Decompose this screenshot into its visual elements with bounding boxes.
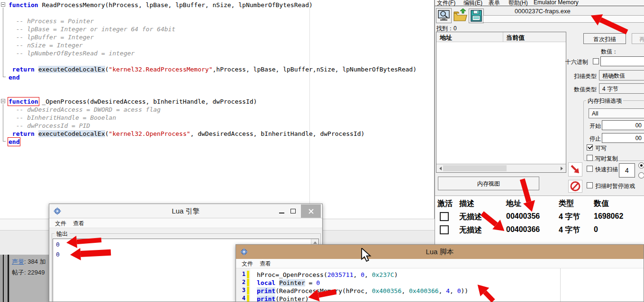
stop-label: 停止 [590, 135, 601, 143]
changed-line-marker [247, 271, 249, 278]
editor-margin-line [309, 0, 310, 219]
minimize-icon[interactable] [279, 213, 284, 213]
fold-collapse-icon[interactable] [1, 2, 5, 7]
col-current-value[interactable]: 当前值 [506, 34, 525, 42]
value-type-select[interactable]: 4 字节 [599, 83, 644, 94]
found-address-list[interactable]: 地址 当前值 [436, 32, 566, 173]
lua-engine-menubar: 文件 查看 [49, 219, 322, 228]
copy-on-write-checkbox[interactable] [587, 155, 593, 161]
stop-address-input[interactable]: 00 [602, 133, 644, 143]
align-radio-1[interactable] [638, 162, 644, 169]
header-active: 激活 [437, 199, 453, 209]
line-number: 4 [236, 295, 245, 302]
lua-engine-titlebar[interactable]: Lua 引擎 [49, 204, 322, 218]
reputation-link[interactable]: 声誉 [12, 258, 24, 265]
scan-type-label: 扫描类型 [574, 72, 597, 80]
pause-game-label: 扫描时暂停游戏 [595, 182, 635, 190]
row-address[interactable]: 00400366 [506, 225, 540, 234]
code-editor[interactable]: function ReadProcessMemory(hProcess, lpB… [0, 0, 435, 219]
red-arrow-icon [569, 163, 582, 176]
code-line: function _OpenProcess(dwDesiredAccess, b… [9, 98, 257, 106]
found-list-hscrollbar[interactable] [436, 164, 566, 172]
menu-file[interactable]: 文件 [55, 220, 66, 228]
row-active-checkbox[interactable] [440, 225, 449, 234]
start-label: 开始 [590, 122, 601, 130]
row-type[interactable]: 4 字节 [559, 212, 580, 222]
code-line: -- bInheritHandle = Booelan [9, 114, 116, 122]
changed-line-marker [247, 279, 249, 286]
close-button[interactable] [301, 204, 321, 218]
row-value[interactable]: 0 [594, 225, 598, 234]
lua-script-titlebar[interactable]: Lua 脚本 [236, 245, 644, 259]
open-folder-icon [453, 9, 468, 23]
code-line: -- lpNumberOfBytesRead = integer [9, 49, 135, 57]
line-number: 2 [236, 279, 245, 285]
fold-collapse-icon[interactable] [1, 99, 5, 103]
row-description[interactable]: 无描述 [459, 212, 482, 222]
scrollbar-thumb[interactable] [443, 165, 507, 171]
region-select[interactable]: All [589, 108, 644, 118]
menu-view[interactable]: 查看 [73, 220, 84, 228]
row-value[interactable]: 1698062 [594, 212, 623, 221]
window-title: Lua 脚本 [236, 248, 644, 257]
code-line: -- nSize = Integer [9, 41, 83, 49]
save-table-button[interactable] [469, 9, 484, 23]
fast-scan-label: 快速扫描 [595, 166, 618, 174]
scan-type-select[interactable]: 精确数值 [599, 70, 644, 80]
hex-checkbox[interactable] [593, 58, 599, 64]
first-scan-button[interactable]: 首次扫描 [583, 33, 626, 44]
attached-process-label: 0000237C-fraps.exe [515, 8, 571, 15]
reputation-value: : 384 加 [24, 258, 46, 265]
row-description[interactable]: 无描述 [459, 225, 482, 235]
menu-file[interactable]: 文件(F) [437, 0, 455, 7]
window-title: Lua 引擎 [49, 207, 322, 216]
value-label: 数值： [601, 48, 618, 56]
cancel-scan-button[interactable] [568, 180, 582, 193]
row-type[interactable]: 4 字节 [559, 225, 580, 235]
fast-scan-align-input[interactable]: 4 [619, 163, 635, 178]
fold-rail [3, 8, 6, 77]
fast-scan-checkbox[interactable] [587, 166, 593, 172]
next-scan-button[interactable]: 再次扫描 [632, 33, 644, 44]
scroll-right-icon[interactable] [558, 165, 565, 172]
output-line: 0 [56, 241, 60, 248]
code-line: -- lpBuffer = Integer [9, 33, 94, 41]
code-line: local Pointer = 0 [257, 279, 320, 287]
open-table-button[interactable] [453, 9, 468, 23]
writable-checkbox[interactable] [587, 144, 593, 151]
floppy-save-icon [469, 9, 483, 23]
code-line: -- hProcess = Pointer [9, 17, 94, 25]
menu-table[interactable]: 表单 [489, 0, 500, 7]
select-process-button[interactable] [436, 8, 452, 23]
start-address-input[interactable]: 00 [602, 120, 644, 130]
col-address[interactable]: 地址 [440, 34, 452, 42]
changed-line-marker [247, 287, 249, 294]
code-line: end [9, 138, 19, 146]
scan-value-input[interactable] [600, 56, 644, 66]
header-type: 类型 [559, 199, 574, 209]
copy-on-write-label: 写时复制 [595, 155, 618, 163]
fold-rail [3, 104, 6, 142]
reputation-line: 声誉: 384 加 [12, 258, 46, 266]
row-address[interactable]: 00400356 [506, 212, 540, 221]
code-line: return executeCodeLocalEx("kernel32.Read… [9, 65, 417, 73]
menu-edit[interactable]: 编辑(E) [463, 0, 482, 7]
menu-view[interactable]: 查看 [260, 260, 271, 268]
code-line: -- lpBase = Integer or integer 64 for 64… [9, 25, 175, 33]
maximize-icon[interactable] [290, 209, 296, 213]
code-line: -- dwDesiredAccess = DWORD = acess flag [9, 106, 161, 114]
header-description: 描述 [459, 199, 474, 209]
memory-scan-options-label: 内存扫描选项 [586, 97, 623, 105]
quote-bar [8, 255, 9, 302]
quote-bar [3, 255, 4, 302]
changed-line-marker [247, 295, 249, 302]
pause-game-checkbox[interactable] [587, 182, 593, 188]
add-address-button[interactable] [568, 162, 582, 177]
align-radio-2[interactable] [638, 172, 644, 178]
lua-script-menubar: 文件 查看 [236, 259, 644, 268]
menu-emulator-memory[interactable]: Emulator Memory [534, 0, 579, 6]
menu-file[interactable]: 文件 [242, 260, 253, 268]
menu-help[interactable]: 帮助(H) [508, 0, 528, 7]
row-active-checkbox[interactable] [440, 212, 449, 221]
posts-line: 帖子: 22949 [12, 268, 45, 277]
